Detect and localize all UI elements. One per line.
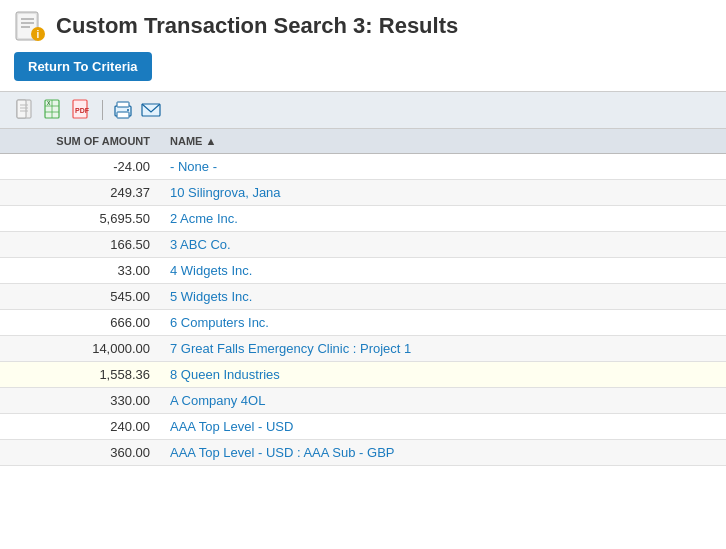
cell-amount: -24.00 <box>0 154 160 180</box>
csv-export-button[interactable] <box>14 98 38 122</box>
print-button[interactable] <box>111 98 135 122</box>
cell-amount: 240.00 <box>0 414 160 440</box>
results-table: SUM OF AMOUNT NAME ▲ -24.00- None -249.3… <box>0 129 726 466</box>
svg-text:i: i <box>37 29 40 40</box>
cell-name[interactable]: AAA Top Level - USD : AAA Sub - GBP <box>160 440 726 466</box>
cell-amount: 666.00 <box>0 310 160 336</box>
cell-amount: 14,000.00 <box>0 336 160 362</box>
svg-rect-8 <box>17 100 26 118</box>
table-header-row: SUM OF AMOUNT NAME ▲ <box>0 129 726 154</box>
svg-text:PDF: PDF <box>75 107 90 114</box>
column-header-amount: SUM OF AMOUNT <box>0 129 160 154</box>
cell-name[interactable]: 2 Acme Inc. <box>160 206 726 232</box>
pdf-export-button[interactable]: PDF <box>70 98 94 122</box>
table-row: 5,695.502 Acme Inc. <box>0 206 726 232</box>
cell-name[interactable]: 6 Computers Inc. <box>160 310 726 336</box>
table-row: 166.503 ABC Co. <box>0 232 726 258</box>
table-row: 545.005 Widgets Inc. <box>0 284 726 310</box>
cell-amount: 330.00 <box>0 388 160 414</box>
cell-name[interactable]: 10 Silingrova, Jana <box>160 180 726 206</box>
toolbar-divider <box>102 100 103 120</box>
cell-name[interactable]: 4 Widgets Inc. <box>160 258 726 284</box>
cell-name[interactable]: 7 Great Falls Emergency Clinic : Project… <box>160 336 726 362</box>
table-row: 240.00AAA Top Level - USD <box>0 414 726 440</box>
email-button[interactable] <box>139 98 163 122</box>
return-to-criteria-button[interactable]: Return To Criteria <box>14 52 152 81</box>
cell-amount: 5,695.50 <box>0 206 160 232</box>
cell-name[interactable]: 3 ABC Co. <box>160 232 726 258</box>
cell-name[interactable]: 8 Queen Industries <box>160 362 726 388</box>
table-row: -24.00- None - <box>0 154 726 180</box>
cell-amount: 166.50 <box>0 232 160 258</box>
page-title: Custom Transaction Search 3: Results <box>56 13 458 39</box>
table-row: 14,000.007 Great Falls Emergency Clinic … <box>0 336 726 362</box>
table-row: 666.006 Computers Inc. <box>0 310 726 336</box>
table-row: 330.00A Company 4OL <box>0 388 726 414</box>
toolbar: X PDF <box>0 91 726 129</box>
excel-export-button[interactable]: X <box>42 98 66 122</box>
cell-name[interactable]: A Company 4OL <box>160 388 726 414</box>
svg-rect-21 <box>117 112 129 118</box>
cell-amount: 545.00 <box>0 284 160 310</box>
cell-amount: 33.00 <box>0 258 160 284</box>
app-icon: i <box>14 10 46 42</box>
cell-name[interactable]: AAA Top Level - USD <box>160 414 726 440</box>
svg-rect-20 <box>117 102 129 107</box>
table-row: 33.004 Widgets Inc. <box>0 258 726 284</box>
cell-name[interactable]: - None - <box>160 154 726 180</box>
svg-point-22 <box>127 109 129 111</box>
cell-amount: 360.00 <box>0 440 160 466</box>
table-row: 1,558.368 Queen Industries <box>0 362 726 388</box>
table-row: 249.3710 Silingrova, Jana <box>0 180 726 206</box>
column-header-name: NAME ▲ <box>160 129 726 154</box>
table-row: 360.00AAA Top Level - USD : AAA Sub - GB… <box>0 440 726 466</box>
page-header: i Custom Transaction Search 3: Results <box>0 0 726 48</box>
cell-amount: 1,558.36 <box>0 362 160 388</box>
cell-name[interactable]: 5 Widgets Inc. <box>160 284 726 310</box>
cell-amount: 249.37 <box>0 180 160 206</box>
